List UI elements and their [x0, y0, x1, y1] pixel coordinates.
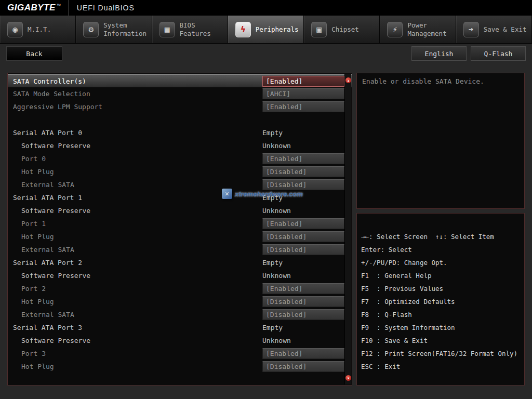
- main-content: SATA Controller(s) [Enabled] SATA Mode S…: [7, 73, 525, 385]
- system-information-icon: ⚙: [83, 22, 99, 37]
- key-hint: +/-/PU/PD: Change Opt.: [361, 256, 520, 269]
- english-button[interactable]: English: [411, 46, 467, 61]
- setting-row[interactable]: Software Preserve Unknown: [8, 204, 352, 217]
- setting-row[interactable]: Software Preserve Unknown: [8, 139, 352, 152]
- scrollbar[interactable]: ▲ ▼: [344, 74, 351, 384]
- settings-list: SATA Controller(s) [Enabled] SATA Mode S…: [8, 73, 352, 373]
- key-hint: F9 : System Information: [361, 321, 520, 334]
- setting-row[interactable]: SATA Mode Selection [AHCI]: [8, 87, 352, 100]
- setting-value[interactable]: [Disabled]: [262, 179, 344, 190]
- key-hint: F1 : General Help: [361, 269, 520, 282]
- setting-value[interactable]: [Enabled]: [262, 153, 344, 164]
- setting-value[interactable]: [Enabled]: [262, 218, 344, 229]
- setting-row[interactable]: External SATA [Disabled]: [8, 178, 352, 191]
- save-exit-icon: ➔: [463, 22, 479, 37]
- bios-features-icon: ▦: [159, 22, 175, 37]
- help-column: Enable or disable SATA Device. →←: Selec…: [356, 73, 525, 385]
- setting-value[interactable]: [Enabled]: [262, 348, 344, 359]
- setting-row[interactable]: Port 1 [Enabled]: [8, 217, 352, 230]
- setting-row[interactable]: Port 3 [Enabled]: [8, 347, 352, 360]
- settings-panel: SATA Controller(s) [Enabled] SATA Mode S…: [7, 73, 352, 385]
- setting-row[interactable]: Software Preserve Unknown: [8, 269, 352, 282]
- setting-row[interactable]: Serial ATA Port 3 Empty: [8, 321, 352, 334]
- setting-label: Serial ATA Port 1: [8, 194, 262, 202]
- setting-value[interactable]: [Enabled]: [262, 283, 344, 294]
- setting-value[interactable]: [Disabled]: [262, 231, 344, 242]
- mit-icon: ◉: [7, 22, 23, 37]
- setting-row[interactable]: Software Preserve Unknown: [8, 334, 352, 347]
- key-legend: →←: Select Screen ↑↓: Select ItemEnter: …: [356, 213, 525, 385]
- setting-row[interactable]: Aggressive LPM Support [Enabled]: [8, 100, 352, 113]
- setting-row[interactable]: Hot Plug [Disabled]: [8, 360, 352, 373]
- setting-label: Serial ATA Port 3: [8, 324, 262, 331]
- setting-value[interactable]: [Disabled]: [262, 309, 344, 320]
- tab-label: Peripherals: [256, 25, 299, 34]
- setting-label: Software Preserve: [8, 142, 262, 150]
- tab-power-management[interactable]: ⚡ Power Management: [380, 16, 456, 43]
- tab-label: Chipset: [331, 25, 359, 34]
- setting-row[interactable]: Port 0 [Enabled]: [8, 152, 352, 165]
- setting-row[interactable]: External SATA [Disabled]: [8, 308, 352, 321]
- toolbar: Back English Q-Flash: [0, 46, 532, 61]
- setting-label: SATA Controller(s): [8, 77, 262, 85]
- setting-row[interactable]: SATA Controller(s) [Enabled]: [8, 74, 352, 87]
- tab-label: Power Management: [407, 21, 446, 37]
- setting-label: Serial ATA Port 2: [8, 259, 262, 267]
- tab-label: Save & Exit: [484, 25, 527, 34]
- scroll-up-icon[interactable]: ▲: [345, 77, 351, 83]
- power-management-icon: ⚡: [387, 22, 403, 37]
- setting-value[interactable]: [Disabled]: [262, 296, 344, 307]
- setting-label: Software Preserve: [8, 337, 262, 344]
- key-hint: F8 : Q-Flash: [361, 308, 520, 321]
- tab-peripherals[interactable]: ϟ Peripherals: [228, 16, 304, 43]
- setting-label: Hot Plug: [8, 298, 262, 305]
- help-box: Enable or disable SATA Device.: [356, 73, 525, 209]
- tab-bios-features[interactable]: ▦ BIOS Features: [152, 16, 228, 43]
- setting-row[interactable]: Serial ATA Port 2 Empty: [8, 256, 352, 269]
- setting-label: Port 3: [8, 350, 262, 357]
- key-hint: F7 : Optimized Defaults: [361, 295, 520, 308]
- setting-label: SATA Mode Selection: [8, 90, 262, 98]
- setting-value[interactable]: [Enabled]: [262, 76, 344, 87]
- chipset-icon: ▣: [311, 22, 327, 37]
- setting-value[interactable]: [Enabled]: [262, 101, 344, 112]
- setting-row[interactable]: Hot Plug [Disabled]: [8, 295, 352, 308]
- tab-save-exit[interactable]: ➔ Save & Exit: [456, 16, 532, 43]
- setting-value[interactable]: [Disabled]: [262, 244, 344, 255]
- key-hint: Enter: Select: [361, 243, 520, 256]
- setting-label: Port 0: [8, 155, 262, 163]
- setting-label: Software Preserve: [8, 207, 262, 215]
- setting-label: Serial ATA Port 0: [8, 129, 262, 137]
- setting-value[interactable]: [Disabled]: [262, 166, 344, 177]
- tab-label: System Information: [103, 21, 147, 37]
- setting-value: Unknown: [262, 337, 344, 344]
- setting-value[interactable]: [AHCI]: [262, 88, 344, 99]
- setting-row[interactable]: Hot Plug [Disabled]: [8, 165, 352, 178]
- setting-label: External SATA: [8, 311, 262, 318]
- key-hint: F5 : Previous Values: [361, 282, 520, 295]
- firmware-title: UEFI DualBIOS: [77, 4, 135, 12]
- setting-value: Empty: [262, 324, 344, 331]
- peripherals-icon: ϟ: [235, 22, 251, 37]
- qflash-button[interactable]: Q-Flash: [471, 46, 526, 61]
- setting-row[interactable]: External SATA [Disabled]: [8, 243, 352, 256]
- back-button[interactable]: Back: [6, 46, 62, 61]
- setting-row[interactable]: Serial ATA Port 0 Empty: [8, 126, 352, 139]
- tab-chipset[interactable]: ▣ Chipset: [304, 16, 380, 43]
- tab-label: M.I.T.: [28, 25, 51, 34]
- tab-m-i-t[interactable]: ◉ M.I.T.: [0, 16, 76, 43]
- scroll-down-icon[interactable]: ▼: [345, 375, 351, 381]
- setting-row[interactable]: Serial ATA Port 1 Empty: [8, 191, 352, 204]
- setting-value: Unknown: [262, 272, 344, 280]
- setting-row[interactable]: Port 2 [Enabled]: [8, 282, 352, 295]
- trademark-symbol: ™: [57, 3, 61, 8]
- tab-system-information[interactable]: ⚙ System Information: [76, 16, 152, 43]
- setting-value: Unknown: [262, 207, 344, 215]
- setting-row[interactable]: Hot Plug [Disabled]: [8, 230, 352, 243]
- row-spacer: [8, 113, 352, 126]
- setting-value[interactable]: [Disabled]: [262, 361, 344, 372]
- setting-label: Software Preserve: [8, 272, 262, 280]
- bios-screen: GIGABYTE ™ UEFI DualBIOS ◉ M.I.T. ⚙ Syst…: [0, 0, 532, 399]
- setting-label: Hot Plug: [8, 168, 262, 176]
- setting-label: Hot Plug: [8, 363, 262, 370]
